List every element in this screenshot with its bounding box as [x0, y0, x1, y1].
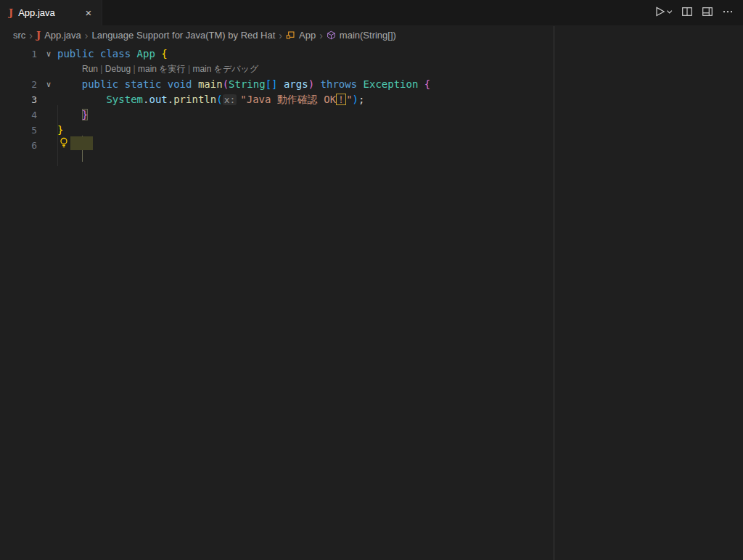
tab-label: App.java	[18, 7, 55, 18]
code-token	[314, 78, 320, 90]
inlay-hint: x:	[223, 94, 237, 105]
breadcrumb-separator: ›	[279, 30, 282, 41]
code-text[interactable]: public class App {	[57, 46, 743, 62]
code-token	[418, 78, 424, 90]
code-text[interactable]: public static void main(String[] args) t…	[57, 77, 743, 92]
line-number: 1	[31, 46, 37, 62]
java-file-icon: J	[9, 8, 13, 17]
fold-chevron-icon[interactable]: ∨	[43, 46, 54, 62]
code-line-3: 3 System.out.println(x:"Java 動作確認 OK！");	[0, 92, 743, 107]
code-token: void	[168, 78, 192, 90]
gutter: 5	[0, 123, 57, 138]
run-or-debug-button[interactable]	[652, 4, 676, 22]
breadcrumb-item[interactable]: Language Support for Java(TM) by Red Hat	[91, 30, 275, 41]
code-line-6: 6	[0, 138, 743, 153]
code-editor[interactable]: 1∨public class App {Run | Debug | main を…	[0, 44, 743, 560]
code-token: "	[346, 94, 352, 105]
codelens-link[interactable]: main をデバッグ	[192, 64, 258, 74]
editor-tab-bar: J App.java ×	[0, 0, 743, 25]
breadcrumb-separator: ›	[29, 30, 33, 41]
symbol-class-icon	[286, 30, 295, 40]
code-token: }	[57, 124, 63, 136]
close-icon[interactable]: ×	[81, 6, 96, 20]
codelens-row: Run | Debug | main を実行 | main をデバッグ	[0, 62, 743, 77]
code-token	[357, 78, 363, 90]
line-number: 2	[31, 77, 37, 92]
breadcrumb-label: Language Support for Java(TM) by Red Hat	[91, 30, 275, 41]
line-number: 4	[31, 107, 37, 123]
code-text[interactable]: System.out.println(x:"Java 動作確認 OK！");	[57, 92, 743, 107]
code-text[interactable]: }	[57, 107, 743, 123]
gutter: 3	[0, 92, 57, 107]
code-token: {	[161, 48, 167, 59]
gutter	[0, 62, 57, 77]
code-lines: 1∨public class App {Run | Debug | main を…	[0, 46, 743, 153]
code-token	[278, 78, 284, 90]
breadcrumb-item[interactable]: main(String[])	[327, 30, 396, 41]
code-token	[94, 48, 100, 59]
code-token	[118, 78, 124, 90]
ellipsis-icon	[722, 6, 734, 20]
code-token: )	[308, 78, 314, 90]
code-token: (	[223, 78, 229, 90]
lightbulb-icon[interactable]	[59, 137, 69, 148]
code-text[interactable]	[57, 138, 743, 153]
code-token: App	[137, 48, 155, 59]
code-token: ！	[336, 94, 346, 105]
codelens-link[interactable]: main を実行	[138, 64, 186, 74]
code-token	[192, 78, 197, 90]
breadcrumb-label: src	[13, 30, 25, 41]
gutter: 4	[0, 107, 57, 123]
code-token: static	[125, 78, 162, 90]
code-line-2: 2∨ public static void main(String[] args…	[0, 77, 743, 92]
codelens[interactable]: Run | Debug | main を実行 | main をデバッグ	[57, 62, 743, 77]
code-token: (	[216, 94, 222, 105]
code-token: println	[173, 94, 216, 105]
breadcrumb-label: App.java	[44, 30, 81, 41]
code-token	[57, 78, 82, 90]
code-token	[161, 78, 167, 90]
code-token: public	[57, 48, 94, 59]
code-token: String	[229, 78, 266, 90]
split-editor-button[interactable]	[678, 4, 697, 22]
code-token: .	[168, 94, 173, 105]
customize-layout-button[interactable]	[698, 4, 717, 22]
breadcrumb-separator: ›	[319, 30, 323, 41]
code-token: System	[106, 94, 143, 105]
code-token: public	[82, 78, 119, 90]
java-file-icon: J	[36, 30, 41, 40]
code-token: []	[266, 78, 278, 90]
breadcrumb-item[interactable]: JApp.java	[36, 30, 81, 41]
split-editor-icon	[681, 6, 693, 20]
code-text[interactable]: }	[57, 123, 743, 138]
line-number: 6	[31, 138, 37, 153]
breadcrumb-label: main(String[])	[340, 30, 396, 41]
more-actions-button[interactable]	[718, 4, 737, 22]
breadcrumb-label: App	[299, 30, 316, 41]
play-chevron-icon	[654, 6, 674, 20]
codelens-link[interactable]: Debug	[105, 64, 131, 74]
line-number: 5	[31, 123, 37, 138]
gutter: 2∨	[0, 77, 57, 92]
codelens-separator: |	[131, 64, 138, 74]
code-token: )	[353, 94, 358, 105]
code-token: {	[424, 78, 430, 90]
code-line-1: 1∨public class App {	[0, 46, 743, 62]
fold-chevron-icon[interactable]: ∨	[43, 77, 54, 92]
code-token: Exception	[364, 78, 419, 90]
code-line-5: 5}	[0, 123, 743, 138]
codelens-link[interactable]: Run	[82, 64, 98, 74]
code-token: args	[284, 78, 308, 90]
code-token: class	[100, 48, 131, 59]
breadcrumb-item[interactable]: App	[286, 30, 316, 41]
code-line-4: 4 }	[0, 107, 743, 123]
codelens-separator: |	[186, 64, 193, 74]
code-token: out	[149, 94, 167, 105]
breadcrumb-item[interactable]: src	[13, 30, 25, 41]
line-number: 3	[31, 92, 37, 107]
code-token	[57, 109, 82, 120]
code-token: throws	[321, 78, 358, 90]
layout-icon	[702, 6, 713, 20]
tab-app-java[interactable]: J App.java ×	[0, 0, 102, 25]
symbol-method-icon	[327, 30, 336, 40]
